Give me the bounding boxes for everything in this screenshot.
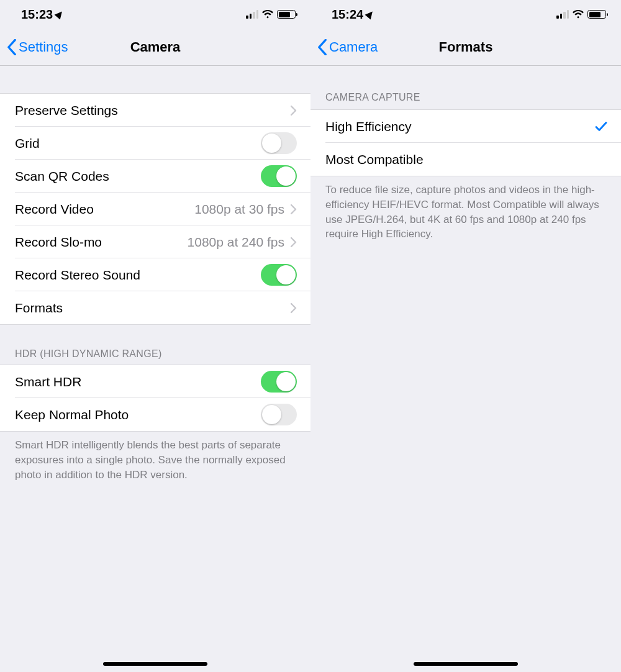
status-time-area: 15:24: [332, 7, 374, 22]
location-arrow-icon: [365, 9, 376, 20]
status-indicators: [246, 10, 296, 19]
toggle-scan-qr[interactable]: [261, 165, 297, 187]
status-bar: 15:23: [0, 0, 310, 29]
row-record-video[interactable]: Record Video 1080p at 30 fps: [0, 193, 310, 225]
row-detail-value: 1080p at 240 fps: [188, 235, 284, 250]
nav-back-button[interactable]: Settings: [0, 39, 68, 55]
cellular-signal-icon: [556, 10, 569, 19]
row-label: Grid: [15, 136, 40, 151]
settings-group-capture: High Efficiency Most Compatible: [310, 109, 621, 176]
section-header-camera-capture: CAMERA CAPTURE: [310, 66, 621, 109]
wifi-icon: [573, 10, 584, 19]
toggle-grid[interactable]: [261, 132, 297, 154]
row-label: Smart HDR: [15, 375, 81, 389]
battery-icon: [277, 10, 296, 19]
row-label: Scan QR Codes: [15, 169, 109, 184]
status-time: 15:23: [21, 7, 53, 22]
nav-back-label: Settings: [19, 39, 68, 55]
status-time-area: 15:23: [21, 7, 63, 22]
chevron-right-icon: [291, 204, 297, 214]
row-label: Most Compatible: [325, 152, 424, 167]
row-label: Record Stereo Sound: [15, 268, 140, 283]
chevron-left-icon: [317, 39, 328, 55]
row-scan-qr[interactable]: Scan QR Codes: [0, 160, 310, 193]
nav-title: Camera: [130, 39, 181, 55]
nav-title: Formats: [439, 39, 493, 55]
row-label: Record Slo-mo: [15, 235, 102, 250]
row-grid[interactable]: Grid: [0, 127, 310, 160]
battery-icon: [587, 10, 606, 19]
section-footer-capture: To reduce file size, capture photos and …: [310, 176, 621, 242]
status-time: 15:24: [332, 7, 363, 22]
checkmark-icon: [595, 121, 607, 132]
chevron-right-icon: [291, 237, 297, 247]
row-label: Keep Normal Photo: [15, 407, 129, 422]
home-indicator[interactable]: [103, 662, 207, 666]
nav-header: Settings Camera: [0, 29, 310, 66]
chevron-right-icon: [291, 106, 297, 116]
row-label: Record Video: [15, 202, 94, 217]
row-stereo-sound[interactable]: Record Stereo Sound: [0, 258, 310, 291]
nav-header: Camera Formats: [310, 29, 621, 66]
cellular-signal-icon: [246, 10, 258, 19]
settings-group-main: Preserve Settings Grid Scan QR Codes Rec…: [0, 93, 310, 325]
home-indicator[interactable]: [414, 662, 518, 666]
status-bar: 15:24: [310, 0, 621, 29]
wifi-icon: [262, 10, 273, 19]
row-smart-hdr[interactable]: Smart HDR: [0, 365, 310, 398]
row-high-efficiency[interactable]: High Efficiency: [310, 110, 621, 143]
location-arrow-icon: [55, 9, 65, 20]
section-header-hdr: HDR (HIGH DYNAMIC RANGE): [0, 325, 310, 365]
toggle-stereo-sound[interactable]: [261, 264, 297, 286]
settings-group-hdr: Smart HDR Keep Normal Photo: [0, 365, 310, 432]
nav-back-label: Camera: [329, 39, 378, 55]
toggle-keep-normal[interactable]: [261, 404, 297, 425]
row-label: High Efficiency: [325, 119, 412, 134]
row-keep-normal-photo[interactable]: Keep Normal Photo: [0, 398, 310, 431]
status-indicators: [556, 10, 606, 19]
row-label: Formats: [15, 301, 63, 316]
row-preserve-settings[interactable]: Preserve Settings: [0, 94, 310, 127]
row-record-slomo[interactable]: Record Slo-mo 1080p at 240 fps: [0, 225, 310, 258]
row-detail-value: 1080p at 30 fps: [194, 202, 284, 217]
row-formats[interactable]: Formats: [0, 291, 310, 324]
row-label: Preserve Settings: [15, 103, 118, 118]
nav-back-button[interactable]: Camera: [310, 39, 378, 55]
phone-formats-settings: 15:24 Camera Formats CAMERA CAPTURE High…: [310, 0, 621, 672]
toggle-smart-hdr[interactable]: [261, 371, 297, 393]
chevron-left-icon: [6, 39, 17, 55]
phone-camera-settings: 15:23 Settings Camera Preserve Settings: [0, 0, 310, 672]
chevron-right-icon: [291, 303, 297, 313]
row-most-compatible[interactable]: Most Compatible: [310, 143, 621, 176]
section-footer-hdr: Smart HDR intelligently blends the best …: [0, 432, 310, 482]
